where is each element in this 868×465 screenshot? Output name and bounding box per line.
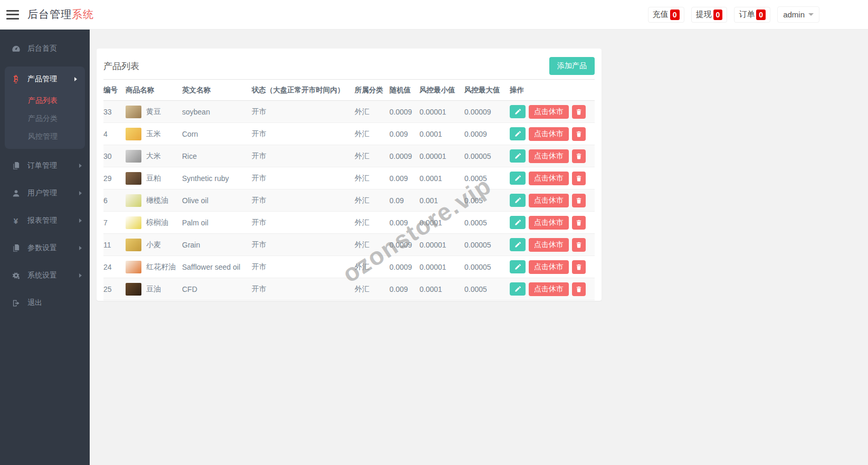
table-row: 7 棕榈油 Palm oil 开市 外汇 0.009 0.0001 0.0005… xyxy=(103,212,595,234)
sidebar-item-risk-management[interactable]: 风控管理 xyxy=(5,128,85,146)
user-icon xyxy=(11,189,21,197)
sidebar-item-home[interactable]: 后台首页 xyxy=(0,35,90,62)
sidebar-item-report-management[interactable]: ¥ 报表管理 xyxy=(0,207,90,234)
cell-id: 30 xyxy=(103,145,126,167)
cell-id: 24 xyxy=(103,256,126,278)
delete-button[interactable] xyxy=(572,172,586,185)
sidebar-item-system-settings[interactable]: 系统设置 xyxy=(0,262,90,289)
cell-risk-min: 0.001 xyxy=(419,189,464,212)
withdraw-stat-button[interactable]: 提现0 xyxy=(691,7,728,23)
trash-icon xyxy=(576,242,582,248)
sidebar-item-product-management[interactable]: 产品管理 xyxy=(5,67,85,92)
bitcoin-icon xyxy=(11,75,21,83)
product-thumbnail xyxy=(126,172,141,185)
username: admin xyxy=(783,10,805,19)
edit-button[interactable] xyxy=(510,172,526,185)
delete-button[interactable] xyxy=(572,216,586,230)
chevron-right-icon xyxy=(79,246,82,250)
cell-status: 开市 xyxy=(252,256,355,278)
cell-en-name: Corn xyxy=(182,123,252,145)
suspend-market-button[interactable]: 点击休市 xyxy=(529,149,569,163)
suspend-market-button[interactable]: 点击休市 xyxy=(529,260,569,274)
cell-en-name: CFD xyxy=(182,278,252,300)
edit-button[interactable] xyxy=(510,238,526,251)
sidebar-item-label: 订单管理 xyxy=(27,161,57,170)
cell-random: 0.009 xyxy=(389,167,419,189)
cell-actions: 点击休市 xyxy=(510,167,595,189)
recharge-stat-button[interactable]: 充值0 xyxy=(648,7,684,23)
delete-button[interactable] xyxy=(572,194,586,207)
hamburger-menu-icon[interactable] xyxy=(6,10,19,20)
trash-icon xyxy=(576,175,582,182)
edit-button[interactable] xyxy=(510,216,526,229)
cell-random: 0.0009 xyxy=(389,101,419,123)
edit-button[interactable] xyxy=(510,194,526,207)
suspend-market-button[interactable]: 点击休市 xyxy=(529,194,569,207)
edit-button[interactable] xyxy=(510,260,526,273)
cell-random: 0.09 xyxy=(389,189,419,212)
trash-icon xyxy=(576,264,582,270)
product-name: 豆油 xyxy=(146,284,161,293)
sidebar-item-order-management[interactable]: 订单管理 xyxy=(0,152,90,179)
suspend-market-button[interactable]: 点击休市 xyxy=(529,282,569,296)
user-dropdown[interactable]: admin xyxy=(777,6,819,23)
logout-icon xyxy=(11,299,21,307)
delete-button[interactable] xyxy=(572,105,586,119)
orders-stat-button[interactable]: 订单0 xyxy=(734,7,770,23)
cell-risk-max: 0.0005 xyxy=(464,212,510,234)
pencil-icon xyxy=(514,286,521,292)
cell-risk-max: 0.005 xyxy=(464,189,510,212)
col-header-random: 随机值 xyxy=(389,80,419,101)
delete-button[interactable] xyxy=(572,282,586,296)
col-header-en-name: 英文名称 xyxy=(182,80,252,101)
cell-category: 外汇 xyxy=(355,101,389,123)
sidebar-item-label: 参数设置 xyxy=(27,243,57,253)
delete-button[interactable] xyxy=(572,260,586,274)
edit-button[interactable] xyxy=(510,105,526,118)
delete-button[interactable] xyxy=(572,127,586,141)
chevron-right-icon xyxy=(79,191,82,195)
suspend-market-button[interactable]: 点击休市 xyxy=(529,172,569,185)
product-table-body: 33 黄豆 soybean 开市 外汇 0.0009 0.00001 0.000… xyxy=(103,101,595,300)
suspend-market-button[interactable]: 点击休市 xyxy=(529,216,569,230)
edit-button[interactable] xyxy=(510,127,526,140)
cell-random: 0.0009 xyxy=(389,145,419,167)
table-row: 6 橄榄油 Olive oil 开市 外汇 0.09 0.001 0.005 点… xyxy=(103,189,595,212)
orders-label: 订单 xyxy=(739,10,755,20)
sidebar-item-product-category[interactable]: 产品分类 xyxy=(5,110,85,128)
product-name: 豆粕 xyxy=(146,174,161,182)
sidebar-item-product-list[interactable]: 产品列表 xyxy=(5,92,85,110)
suspend-market-button[interactable]: 点击休市 xyxy=(529,105,569,119)
product-table: 编号 商品名称 英文名称 状态（大盘正常开市时间内） 所属分类 随机值 风控最小… xyxy=(103,79,595,300)
params-icon xyxy=(11,244,21,252)
col-header-risk-min: 风控最小值 xyxy=(419,80,464,101)
trash-icon xyxy=(576,286,582,292)
sidebar-item-logout[interactable]: 退出 xyxy=(0,289,90,317)
product-thumbnail xyxy=(126,283,141,296)
sidebar-item-parameter-settings[interactable]: 参数设置 xyxy=(0,234,90,262)
suspend-market-button[interactable]: 点击休市 xyxy=(529,238,569,252)
cell-en-name: Safflower seed oil xyxy=(182,256,252,278)
suspend-market-button[interactable]: 点击休市 xyxy=(529,127,569,141)
cell-risk-max: 0.00005 xyxy=(464,145,510,167)
cell-risk-max: 0.00005 xyxy=(464,234,510,256)
cell-risk-min: 0.0001 xyxy=(419,212,464,234)
sidebar-item-label: 产品管理 xyxy=(27,74,57,84)
product-thumbnail xyxy=(126,239,141,251)
edit-button[interactable] xyxy=(510,282,526,296)
sidebar-subitem-label: 产品分类 xyxy=(28,114,58,124)
cell-actions: 点击休市 xyxy=(510,123,595,145)
delete-button[interactable] xyxy=(572,238,586,252)
delete-button[interactable] xyxy=(572,149,586,163)
sidebar-subitem-label: 产品列表 xyxy=(28,96,58,106)
cell-name: 豆粕 xyxy=(126,167,182,189)
page-title: 产品列表 xyxy=(103,60,139,72)
chevron-down-icon xyxy=(808,13,814,16)
cell-actions: 点击休市 xyxy=(510,145,595,167)
sidebar-item-user-management[interactable]: 用户管理 xyxy=(0,179,90,207)
edit-button[interactable] xyxy=(510,149,526,163)
sidebar-item-label: 系统设置 xyxy=(27,271,57,280)
add-product-button[interactable]: 添加产品 xyxy=(549,57,595,75)
cell-name: 黄豆 xyxy=(126,101,182,123)
cell-en-name: soybean xyxy=(182,101,252,123)
